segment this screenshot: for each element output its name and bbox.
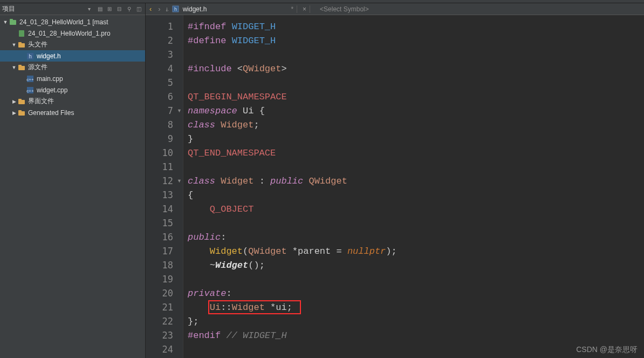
code-line[interactable]: public: bbox=[183, 230, 644, 244]
code-line[interactable]: #define WIDGET_H bbox=[183, 33, 644, 48]
line-number: 14 bbox=[162, 204, 173, 214]
tree-item[interactable]: Generated Files bbox=[0, 107, 145, 118]
fold-icon[interactable]: ▼ bbox=[177, 108, 182, 113]
tree-item[interactable]: 源文件 bbox=[0, 62, 145, 73]
nav-back-icon[interactable]: ‹ bbox=[148, 5, 153, 13]
line-number: 5 bbox=[168, 77, 173, 88]
line-number: 6 bbox=[168, 91, 173, 102]
code-line[interactable]: class Widget; bbox=[183, 118, 644, 132]
token-kw: private bbox=[188, 288, 226, 299]
code-line[interactable]: QT_BEGIN_NAMESPACE bbox=[183, 90, 644, 104]
gutter-line[interactable]: 12▼ bbox=[146, 174, 183, 188]
lock-icon[interactable]: ⫰ bbox=[166, 6, 169, 12]
code-line[interactable]: { bbox=[183, 188, 644, 202]
code-line[interactable]: class Widget : public QWidget bbox=[183, 174, 644, 188]
gutter-line[interactable]: 19 bbox=[146, 272, 183, 286]
code-line[interactable]: #endif // WIDGET_H bbox=[183, 328, 644, 342]
gutter-line[interactable]: 24 bbox=[146, 342, 183, 356]
tree-item-label: widget.cpp bbox=[37, 86, 67, 94]
sidebar-dropdown-icon[interactable]: ▾ bbox=[85, 5, 93, 13]
tool-filter-icon[interactable]: ⚲ bbox=[125, 5, 133, 13]
gutter-line[interactable]: 8 bbox=[146, 118, 183, 132]
code-line[interactable] bbox=[183, 272, 644, 286]
tree-item-label: widget.h bbox=[37, 52, 61, 60]
project-tree[interactable]: 24_01_28_HelloWorld_1 [mast24_01_28_Hell… bbox=[0, 15, 145, 358]
tool-remove-icon[interactable]: ⊟ bbox=[115, 5, 124, 13]
token-pink: QT_BEGIN_NAMESPACE bbox=[188, 92, 287, 102]
gutter-line[interactable]: 4 bbox=[146, 62, 183, 76]
pro-icon bbox=[17, 29, 26, 38]
code-line[interactable] bbox=[183, 160, 644, 174]
code-line[interactable]: Q_OBJECT bbox=[183, 202, 644, 216]
gutter-line[interactable]: 1 bbox=[146, 19, 183, 33]
nav-forward-icon[interactable]: › bbox=[156, 5, 162, 13]
line-number: 13 bbox=[162, 190, 173, 200]
gutter-line[interactable]: 5 bbox=[146, 76, 183, 90]
code-line[interactable] bbox=[183, 76, 644, 90]
code-line[interactable]: } bbox=[183, 132, 644, 146]
gutter-line[interactable]: 14 bbox=[146, 202, 183, 216]
gutter-line[interactable]: 2 bbox=[146, 33, 183, 48]
tool-layout-icon[interactable]: ▤ bbox=[95, 5, 104, 13]
svg-rect-1 bbox=[10, 19, 13, 21]
token-type: QWidget bbox=[248, 246, 286, 256]
code-area[interactable]: #ifndef WIDGET_H#define WIDGET_H#include… bbox=[183, 15, 644, 358]
code-line[interactable] bbox=[183, 48, 644, 62]
line-number: 22 bbox=[162, 316, 173, 327]
tree-arrow-icon[interactable] bbox=[11, 65, 17, 70]
gutter-line[interactable]: 18 bbox=[146, 258, 183, 272]
gutter-line[interactable]: 13 bbox=[146, 188, 183, 202]
token-ident: *parent = bbox=[287, 246, 347, 256]
gutter-line[interactable]: 15 bbox=[146, 216, 183, 230]
gutter-line[interactable]: 6 bbox=[146, 90, 183, 104]
gutter-line[interactable]: 9 bbox=[146, 132, 183, 146]
svg-text:c++: c++ bbox=[26, 89, 34, 93]
code-line[interactable] bbox=[183, 216, 644, 230]
tool-split-icon[interactable]: ◫ bbox=[134, 5, 143, 13]
tree-item[interactable]: 头文件 bbox=[0, 39, 145, 50]
gutter-line[interactable]: 23 bbox=[146, 328, 183, 342]
tree-item[interactable]: 24_01_28_HelloWorld_1 [mast bbox=[0, 16, 145, 28]
tab-close-icon[interactable]: × bbox=[303, 5, 306, 13]
tree-arrow-icon[interactable] bbox=[11, 110, 17, 116]
code-line[interactable]: QT_END_NAMESPACE bbox=[183, 146, 644, 160]
code-line[interactable]: private: bbox=[183, 286, 644, 300]
tree-arrow-icon[interactable] bbox=[2, 19, 9, 25]
token-op: ( bbox=[243, 246, 248, 256]
tool-add-icon[interactable]: ⊞ bbox=[105, 5, 114, 13]
tree-item[interactable]: 24_01_28_HelloWorld_1.pro bbox=[0, 28, 145, 39]
tree-item[interactable]: 界面文件 bbox=[0, 96, 145, 107]
gutter-line[interactable]: 20 bbox=[146, 286, 183, 300]
tree-item[interactable]: c++widget.cpp bbox=[0, 84, 145, 96]
tree-arrow-icon[interactable] bbox=[11, 99, 17, 104]
code-line[interactable]: #ifndef WIDGET_H bbox=[183, 19, 644, 33]
code-line[interactable]: Widget(QWidget *parent = nullptr); bbox=[183, 244, 644, 258]
gutter-line[interactable]: 22 bbox=[146, 314, 183, 328]
gutter-line[interactable]: 3 bbox=[146, 48, 183, 62]
gutter-line[interactable]: 10 bbox=[146, 146, 183, 160]
gutter-line[interactable]: 7▼ bbox=[146, 104, 183, 118]
gutter-line[interactable]: 21 bbox=[146, 300, 183, 314]
tab-filename[interactable]: widget.h bbox=[183, 5, 207, 13]
gutter-line[interactable]: 11 bbox=[146, 160, 183, 174]
tree-item-label: 界面文件 bbox=[28, 97, 54, 106]
tree-item[interactable]: hwidget.h bbox=[0, 50, 145, 62]
code-line[interactable]: }; bbox=[183, 314, 644, 328]
gutter-line[interactable]: 17 bbox=[146, 244, 183, 258]
token-op: (); bbox=[248, 260, 265, 271]
token-macro: WIDGET_H bbox=[232, 36, 276, 46]
file-h-icon: h bbox=[172, 5, 180, 13]
fold-icon[interactable]: ▼ bbox=[177, 178, 182, 184]
gutter-line[interactable]: 16 bbox=[146, 230, 183, 244]
highlight-box bbox=[208, 300, 301, 314]
code-line[interactable]: namespace Ui { bbox=[183, 104, 644, 118]
line-gutter[interactable]: 1234567▼89101112▼13141516171819202122232… bbox=[146, 15, 183, 358]
tree-item[interactable]: c++main.cpp bbox=[0, 73, 145, 84]
token-pink: QT_END_NAMESPACE bbox=[188, 148, 276, 158]
token-pp: #endif bbox=[188, 330, 226, 341]
tree-arrow-icon[interactable] bbox=[11, 42, 17, 48]
code-line[interactable]: #include <QWidget> bbox=[183, 62, 644, 76]
code-line[interactable]: ~Widget(); bbox=[183, 258, 644, 272]
symbol-selector[interactable]: <Select Symbol> bbox=[320, 5, 369, 13]
code-line[interactable] bbox=[183, 342, 644, 356]
